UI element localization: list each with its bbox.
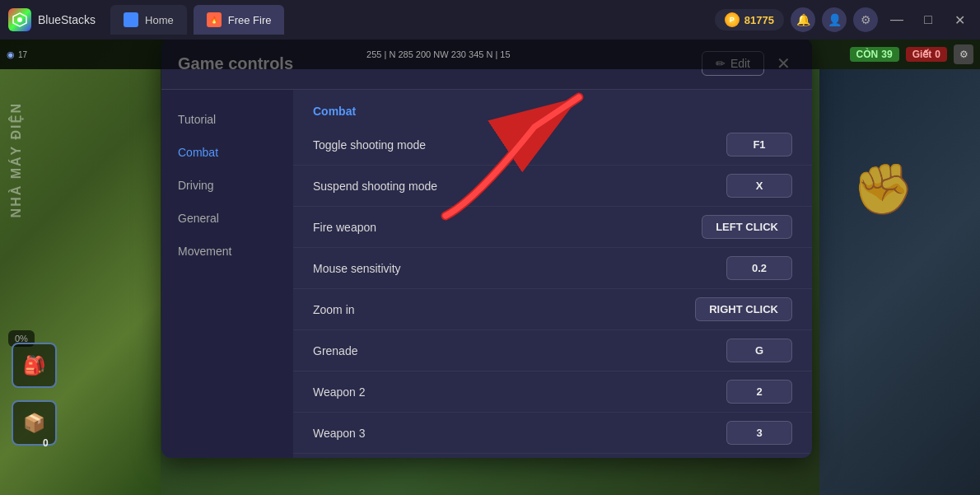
control-row-zoom-in: Zoom in RIGHT CLICK — [293, 289, 812, 330]
fist-icon: ✊ — [852, 160, 914, 218]
right-game-area: ✊ — [819, 69, 980, 495]
map-label: NHÀ MÁY ĐIỆN — [8, 102, 24, 217]
svg-point-1 — [17, 17, 22, 22]
game-controls-modal: Game controls ✏ Edit ✕ Tutorial Combat D… — [161, 38, 812, 458]
tab-home[interactable]: Home — [110, 5, 187, 35]
sidebar-item-movement[interactable]: Movement — [161, 235, 293, 268]
tab-freefire-label: Free Fire — [228, 14, 272, 26]
coin-value: 81775 — [744, 14, 774, 26]
notification-bell[interactable]: 🔔 — [791, 7, 815, 32]
key-badge-weapon2[interactable]: 2 — [726, 380, 792, 404]
home-tab-icon — [124, 12, 138, 27]
sidebar-item-general[interactable]: General — [161, 202, 293, 235]
coin-balance: P 81775 — [715, 9, 784, 30]
sidebar-nav: Tutorial Combat Driving General Movement — [161, 90, 293, 458]
control-label-suspend-shooting: Suspend shooting mode — [313, 180, 437, 193]
control-row-weapon4: Weapon 4 4 — [293, 454, 812, 458]
alive-label: CÒN — [856, 49, 879, 60]
section-combat-header: Combat — [293, 96, 812, 124]
sidebar-item-driving[interactable]: Driving — [161, 169, 293, 202]
control-label-toggle-shooting: Toggle shooting mode — [313, 138, 426, 152]
kill-count: 0 — [935, 49, 940, 60]
hud-settings-button[interactable]: ⚙ — [954, 44, 973, 64]
key-badge-mouse-sensitivity[interactable]: 0.2 — [726, 256, 792, 280]
control-label-zoom-in: Zoom in — [313, 303, 355, 316]
settings-icon[interactable]: ⚙ — [853, 7, 878, 32]
control-row-weapon3: Weapon 3 3 — [293, 413, 812, 454]
kill-label: Giết — [912, 49, 932, 60]
hud-bar: ◉ 17 255 | N 285 200 NW 230 345 N | 15 C… — [0, 40, 980, 69]
control-label-weapon2: Weapon 2 — [313, 385, 366, 399]
control-label-fire-weapon: Fire weapon — [313, 221, 376, 234]
sidebar-item-tutorial[interactable]: Tutorial — [161, 103, 293, 136]
kill-badge: Giết 0 — [906, 47, 947, 62]
key-badge-fire-weapon[interactable]: LEFT CLICK — [702, 215, 792, 239]
modal-body: Tutorial Combat Driving General Movement… — [161, 90, 812, 458]
key-badge-toggle-shooting[interactable]: F1 — [726, 133, 792, 156]
backpack-icon: 🎒 — [12, 343, 57, 388]
minimize-button[interactable]: — — [884, 7, 909, 32]
key-badge-weapon3[interactable]: 3 — [726, 421, 792, 445]
key-badge-suspend-shooting[interactable]: X — [726, 174, 792, 198]
maximize-button[interactable]: □ — [916, 7, 940, 32]
tab-home-label: Home — [145, 14, 174, 26]
key-badge-grenade[interactable]: G — [726, 339, 792, 362]
map-area: NHÀ MÁY ĐIỆN 0% 🎒 📦 0 — [0, 69, 161, 495]
hud-coordinates: 255 | N 285 200 NW 230 345 N | 15 — [34, 49, 842, 59]
box-icon: 📦 — [12, 400, 57, 446]
control-row-suspend-shooting: Suspend shooting mode X — [293, 166, 812, 207]
control-label-weapon3: Weapon 3 — [313, 427, 366, 440]
control-label-grenade: Grenade — [313, 344, 357, 357]
control-row-weapon2: Weapon 2 2 — [293, 371, 812, 413]
hud-compass: ◉ 17 — [7, 49, 27, 60]
controls-list: Combat Toggle shooting mode F1 Suspend s… — [293, 90, 812, 458]
topbar: BlueStacks Home 🔥 Free Fire P 81775 🔔 👤 … — [0, 0, 980, 40]
alive-count: 39 — [881, 49, 892, 60]
close-window-button[interactable]: ✕ — [947, 7, 972, 32]
freefire-tab-icon: 🔥 — [207, 12, 222, 27]
tab-freefire[interactable]: 🔥 Free Fire — [194, 5, 285, 35]
control-row-fire-weapon: Fire weapon LEFT CLICK — [293, 207, 812, 248]
alive-badge: CÒN 39 — [850, 47, 899, 62]
control-row-grenade: Grenade G — [293, 330, 812, 371]
control-label-mouse-sensitivity: Mouse sensitivity — [313, 262, 401, 275]
app-title: BlueStacks — [38, 13, 96, 26]
profile-icon[interactable]: 👤 — [822, 7, 847, 32]
control-row-toggle-shooting: Toggle shooting mode F1 — [293, 124, 812, 166]
coin-icon: P — [725, 12, 740, 27]
bluestacks-logo — [8, 8, 31, 31]
key-badge-zoom-in[interactable]: RIGHT CLICK — [695, 297, 792, 321]
item-count: 0 — [43, 437, 49, 449]
sidebar-item-combat[interactable]: Combat — [161, 136, 293, 169]
control-row-mouse-sensitivity: Mouse sensitivity 0.2 — [293, 248, 812, 289]
